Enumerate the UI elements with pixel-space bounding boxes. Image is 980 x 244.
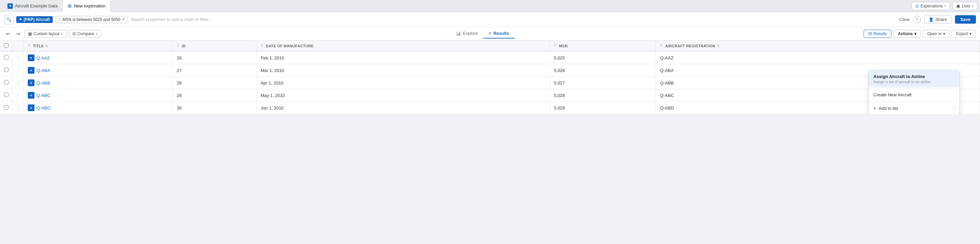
row-drag-handle-3: ⠿: [17, 93, 19, 97]
row-title-4: Q-ABD: [37, 105, 51, 111]
actions-button[interactable]: Actions ▾: [893, 30, 921, 38]
row-title-link-2[interactable]: ✈ Q-ABB: [28, 79, 168, 86]
results-count-label: 26 Results: [868, 32, 887, 36]
redo-button[interactable]: ↪: [14, 30, 22, 38]
add-to-list-content: ≡ Add to list: [873, 106, 898, 111]
entity-badge-icon: ✈: [19, 17, 22, 22]
filter-search-input[interactable]: Search properties to add a chart or filt…: [130, 17, 896, 22]
assign-aircraft-item[interactable]: Assign Aircraft to Airline Assign a set …: [869, 71, 959, 87]
row-drag-handle-0: ⠿: [17, 56, 19, 60]
create-new-aircraft-item[interactable]: Create New Aircraft: [869, 89, 959, 101]
filter-tag-remove-icon[interactable]: ✕: [122, 17, 125, 22]
tab-new-exploration-label: New exploration: [74, 3, 105, 8]
open-in-button[interactable]: Open in ▾: [923, 30, 950, 38]
main-content: ⠿ TITLE ⇅ ⠿ ID ⠿ DAT: [0, 41, 980, 114]
col-handle-title: [13, 41, 24, 51]
compare-chevron-icon: ▾: [96, 32, 97, 35]
custom-layout-button[interactable]: ▦ Custom layout ▾: [24, 30, 67, 38]
row-title-link-4[interactable]: ✈ Q-ABD: [28, 105, 168, 111]
row-handle-cell-0: ⠿: [13, 51, 24, 64]
explorations-search-icon: ⊡: [915, 4, 919, 8]
col-msn[interactable]: ⠿ MSN: [550, 41, 656, 51]
lists-button[interactable]: ▣ Lists ▾: [953, 2, 977, 10]
add-to-list-item[interactable]: ≡ Add to list ›: [869, 102, 959, 114]
compare-icon: ⊟: [72, 32, 76, 36]
share-user-icon: 👤: [929, 17, 934, 22]
row-id-cell-3: 29: [173, 89, 256, 102]
search-toggle-button[interactable]: 🔍: [4, 15, 14, 24]
toolbar-tabs: 📊 Explore ≡ Results: [103, 29, 862, 38]
row-checkbox-0[interactable]: [4, 55, 8, 59]
table-row: ⠿ ✈ Q-ABD 30 Jun 1, 2010 5,029 Q-ABD: [0, 102, 980, 114]
results-tab[interactable]: ≡ Results: [483, 29, 515, 38]
lists-chevron-icon: ▾: [972, 5, 974, 8]
row-date-cell-1: Mar 1, 2010: [256, 64, 550, 77]
save-label: Save: [960, 17, 970, 22]
save-button[interactable]: Save: [955, 15, 976, 24]
results-count-button[interactable]: 26 Results: [864, 30, 892, 38]
col-registration[interactable]: ⠿ AIRCRAFT REGISTRATION ⇅: [656, 41, 980, 51]
explorations-button[interactable]: ⊡ Explorations ▾: [912, 2, 950, 10]
row-title-cell-0: ✈ Q-AAZ: [24, 51, 173, 64]
filter-tag[interactable]: ⠿ MSN is between 5025 and 5050 ✕: [56, 16, 128, 23]
clear-button[interactable]: Clear: [899, 17, 910, 22]
row-drag-handle-4: ⠿: [17, 106, 19, 110]
msn-col-label: MSN: [559, 44, 568, 48]
results-tab-label: Results: [493, 31, 509, 36]
row-registration-cell-0: Q-AAZ: [656, 51, 980, 64]
compare-button[interactable]: ⊟ Compare ▾: [69, 30, 101, 38]
table-row: ⠿ ✈ Q-AAZ 26 Feb 1, 2010 5,025 Q-AAZ: [0, 51, 980, 64]
row-msn-cell-1: 5,026: [550, 64, 656, 77]
tab-new-exploration[interactable]: ⊕ New exploration: [63, 0, 110, 12]
row-msn-cell-4: 5,029: [550, 102, 656, 114]
table-row: ⠿ ✈ Q-ABC 29 May 1, 2010 5,028 Q-ABC: [0, 89, 980, 102]
row-handle-cell-1: ⠿: [13, 64, 24, 77]
row-date-cell-0: Feb 1, 2010: [256, 51, 550, 64]
row-icon-3: ✈: [28, 92, 35, 99]
export-chevron-icon: ▾: [969, 32, 972, 36]
select-all-checkbox[interactable]: [4, 43, 8, 48]
col-date[interactable]: ⠿ DATE OF MANUFACTURE: [256, 41, 550, 51]
dropdown-divider-2: [869, 101, 959, 102]
data-table-wrapper: ⠿ TITLE ⇅ ⠿ ID ⠿ DAT: [0, 41, 980, 114]
row-title-link-3[interactable]: ✈ Q-ABC: [28, 92, 168, 99]
row-title-link-0[interactable]: ✈ Q-AAZ: [28, 54, 168, 61]
reg-sort-icon[interactable]: ⇅: [717, 44, 719, 48]
actions-dropdown-menu: Assign Aircraft to Airline Assign a set …: [868, 70, 960, 114]
undo-button[interactable]: ↩: [4, 30, 12, 38]
new-exploration-plus-icon: ⊕: [67, 3, 72, 9]
row-checkbox-cell: [0, 102, 13, 114]
assign-aircraft-item-content: Assign Aircraft to Airline Assign a set …: [873, 74, 931, 84]
share-label: Share: [935, 17, 947, 22]
tab-aircraft-example-data[interactable]: ✈ Aircraft Example Data: [3, 0, 63, 12]
row-title-link-1[interactable]: ✈ Q-ABA: [28, 67, 168, 74]
date-col-label: DATE OF MANUFACTURE: [266, 44, 313, 48]
row-checkbox-3[interactable]: [4, 93, 8, 97]
entity-badge: ✈ [FRP] Aircraft: [16, 16, 53, 23]
col-title[interactable]: ⠿ TITLE ⇅: [24, 41, 173, 51]
explorations-chevron-icon: ▾: [945, 5, 946, 8]
row-checkbox-2[interactable]: [4, 80, 8, 84]
search-icon: 🔍: [6, 17, 11, 22]
export-button[interactable]: Export ▾: [951, 30, 976, 38]
custom-layout-label: Custom layout: [33, 32, 60, 36]
data-table: ⠿ TITLE ⇅ ⠿ ID ⠿ DAT: [0, 41, 980, 114]
help-button[interactable]: ?: [913, 16, 921, 23]
assign-aircraft-sub: Assign a set of aircraft to an airline: [873, 80, 931, 84]
id-col-drag-handle: ⠿: [177, 44, 179, 48]
share-button[interactable]: 👤 Share: [924, 15, 951, 24]
add-to-list-label: Add to list: [879, 106, 898, 111]
row-drag-handle-1: ⠿: [17, 69, 19, 72]
tab-bar: ✈ Aircraft Example Data ⊕ New exploratio…: [0, 0, 980, 12]
title-sort-icon[interactable]: ⇅: [45, 44, 48, 48]
tab-bar-right-section: ⊡ Explorations ▾ ▣ Lists ▾: [912, 2, 977, 10]
row-checkbox-4[interactable]: [4, 105, 8, 109]
date-col-drag-handle: ⠿: [261, 44, 263, 48]
col-id[interactable]: ⠿ ID: [173, 41, 256, 51]
custom-layout-chevron-icon: ▾: [61, 32, 63, 35]
entity-badge-label: [FRP] Aircraft: [24, 17, 50, 22]
row-id-cell-0: 26: [173, 51, 256, 64]
explore-tab[interactable]: 📊 Explore: [450, 29, 483, 38]
actions-chevron-icon: ▾: [914, 32, 916, 36]
row-checkbox-1[interactable]: [4, 68, 8, 72]
